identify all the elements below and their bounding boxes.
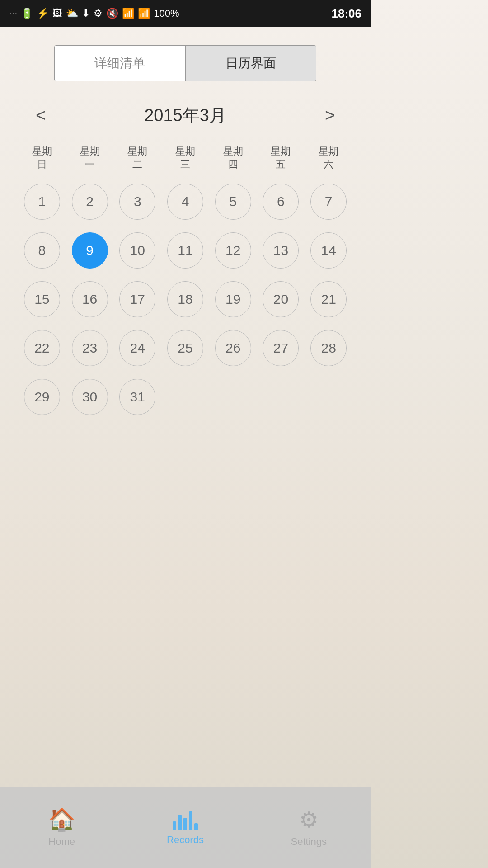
day-cell: 24 (113, 326, 161, 370)
next-month-button[interactable]: > (316, 106, 343, 125)
day-cell: 23 (66, 326, 114, 370)
day-cell: 9 (66, 229, 114, 272)
day-23[interactable]: 23 (72, 330, 108, 366)
day-cell: 3 (113, 180, 161, 223)
day-cell: 22 (18, 326, 66, 370)
calendar-grid: 1234567891011121314151617181920212223242… (18, 180, 352, 419)
day-22[interactable]: 22 (24, 330, 60, 366)
battery-percent: 100% (154, 8, 179, 19)
day-header-sat: 星期六 (305, 141, 352, 175)
day-cell: 26 (209, 326, 257, 370)
day-cell: 30 (66, 375, 114, 419)
day-cell: 21 (305, 278, 352, 321)
day-header-tue: 星期二 (113, 141, 161, 175)
prev-month-button[interactable]: < (27, 106, 54, 125)
bluetooth-icon: ⚙ (94, 8, 103, 19)
day-24[interactable]: 24 (119, 330, 155, 366)
day-8[interactable]: 8 (24, 232, 60, 269)
day-2[interactable]: 2 (72, 184, 108, 220)
day-cell: 6 (257, 180, 305, 223)
day-15[interactable]: 15 (24, 281, 60, 317)
day-6[interactable]: 6 (263, 184, 299, 220)
day-cell: 28 (305, 326, 352, 370)
day-11[interactable]: 11 (167, 232, 203, 269)
day-cell: 29 (18, 375, 66, 419)
nav-home-label: Home (48, 836, 75, 848)
day-29[interactable]: 29 (24, 379, 60, 415)
day-1[interactable]: 1 (24, 184, 60, 220)
day-cell: 7 (305, 180, 352, 223)
day-4[interactable]: 4 (167, 184, 203, 220)
day-cell: 4 (161, 180, 209, 223)
day-cell: 5 (209, 180, 257, 223)
day-31[interactable]: 31 (119, 379, 155, 415)
weather-icon: ⛅ (66, 8, 78, 19)
day-17[interactable]: 17 (119, 281, 155, 317)
day-27[interactable]: 27 (263, 330, 299, 366)
nav-settings-label: Settings (291, 836, 327, 848)
day-13[interactable]: 13 (263, 232, 299, 269)
day-cell: 8 (18, 229, 66, 272)
day-cell: 12 (209, 229, 257, 272)
image-icon: 🖼 (52, 8, 62, 19)
records-bar-icon (173, 809, 198, 830)
signal-icon: 📶 (138, 8, 150, 19)
day-10[interactable]: 10 (119, 232, 155, 269)
battery-100-icon: 🔋 (21, 8, 33, 19)
day-cell: 14 (305, 229, 352, 272)
day-28[interactable]: 28 (310, 330, 347, 366)
home-icon: 🏠 (48, 807, 75, 832)
tab-list[interactable]: 详细清单 (55, 46, 185, 81)
calendar-container: < 2015年3月 > 星期日 星期一 星期二 星期三 星期四 星期五 星期六 … (0, 81, 371, 428)
day-cell: 15 (18, 278, 66, 321)
day-cell: 10 (113, 229, 161, 272)
day-header-thu: 星期四 (209, 141, 257, 175)
day-cell: 20 (257, 278, 305, 321)
nav-settings[interactable]: ⚙ Settings (263, 807, 354, 848)
bottom-nav: 🏠 Home Records ⚙ Settings (0, 787, 371, 868)
day-3[interactable]: 3 (119, 184, 155, 220)
day-headers: 星期日 星期一 星期二 星期三 星期四 星期五 星期六 (18, 141, 352, 175)
day-18[interactable]: 18 (167, 281, 203, 317)
day-21[interactable]: 21 (310, 281, 347, 317)
day-cell: 13 (257, 229, 305, 272)
day-cell: 2 (66, 180, 114, 223)
nav-home[interactable]: 🏠 Home (17, 807, 107, 848)
day-cell: 11 (161, 229, 209, 272)
day-header-mon: 星期一 (66, 141, 114, 175)
day-9[interactable]: 9 (72, 232, 108, 269)
day-cell: 25 (161, 326, 209, 370)
day-cell: 17 (113, 278, 161, 321)
day-30[interactable]: 30 (72, 379, 108, 415)
day-25[interactable]: 25 (167, 330, 203, 366)
tab-calendar[interactable]: 日历界面 (186, 46, 316, 81)
day-7[interactable]: 7 (310, 184, 347, 220)
day-header-fri: 星期五 (257, 141, 305, 175)
month-title: 2015年3月 (144, 104, 226, 127)
day-5[interactable]: 5 (215, 184, 251, 220)
day-cell: 31 (113, 375, 161, 419)
day-cell: 27 (257, 326, 305, 370)
day-cell: 18 (161, 278, 209, 321)
day-cell: 16 (66, 278, 114, 321)
day-20[interactable]: 20 (263, 281, 299, 317)
day-14[interactable]: 14 (310, 232, 347, 269)
mute-icon: 🔇 (106, 8, 118, 19)
nav-records-label: Records (167, 834, 204, 846)
status-bar: ··· 🔋 ⚡ 🖼 ⛅ ⬇ ⚙ 🔇 📶 📶 100% 18:06 (0, 0, 371, 27)
day-12[interactable]: 12 (215, 232, 251, 269)
settings-icon: ⚙ (299, 807, 319, 832)
day-26[interactable]: 26 (215, 330, 251, 366)
day-header-wed: 星期三 (161, 141, 209, 175)
day-header-sun: 星期日 (18, 141, 66, 175)
usb-icon: ⚡ (37, 8, 49, 19)
download-icon: ⬇ (82, 8, 90, 19)
day-16[interactable]: 16 (72, 281, 108, 317)
nav-records[interactable]: Records (140, 809, 230, 846)
status-time: 18:06 (332, 7, 362, 21)
wifi-icon: 📶 (122, 8, 134, 19)
notification-icon: ··· (9, 8, 17, 19)
day-19[interactable]: 19 (215, 281, 251, 317)
tab-bar: 详细清单 日历界面 (54, 45, 316, 81)
status-icons: ··· 🔋 ⚡ 🖼 ⛅ ⬇ ⚙ 🔇 📶 📶 100% (9, 8, 179, 19)
